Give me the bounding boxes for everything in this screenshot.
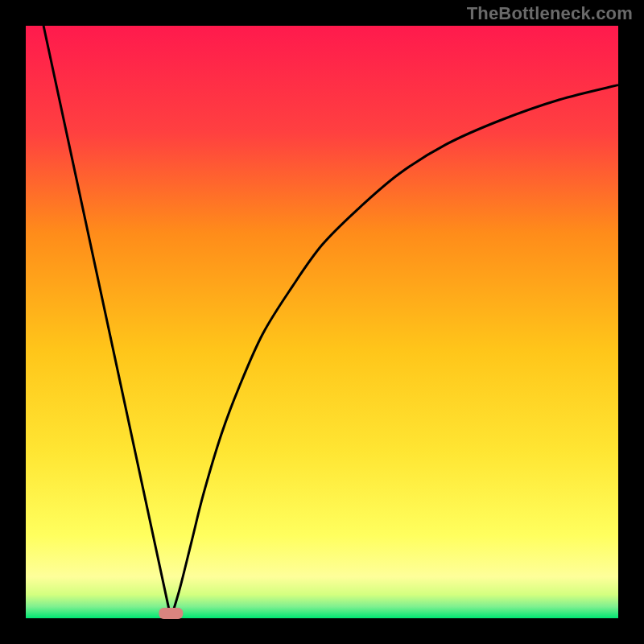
chart-container: TheBottleneck.com xyxy=(0,0,644,644)
plot-area xyxy=(26,26,618,618)
minimum-marker xyxy=(159,608,183,619)
watermark-text: TheBottleneck.com xyxy=(467,3,633,24)
bottleneck-chart xyxy=(0,0,644,644)
